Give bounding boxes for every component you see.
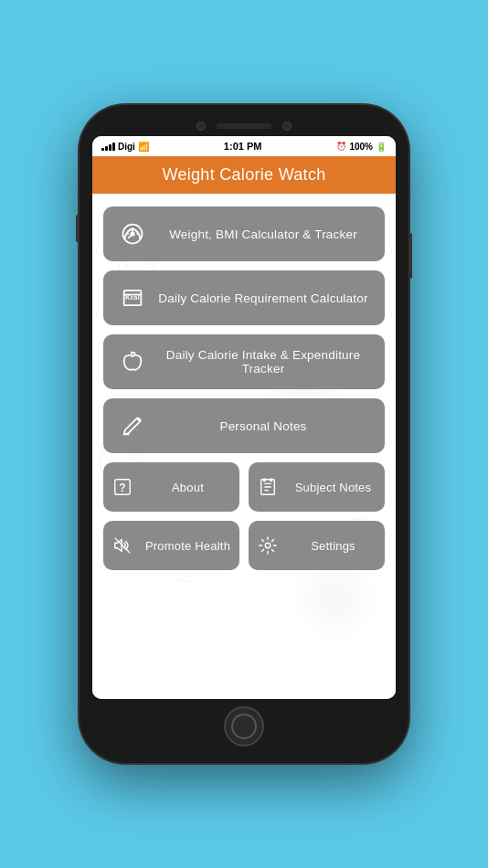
volume-button: [76, 215, 80, 242]
alarm-icon: ⏰: [336, 142, 346, 151]
kcal-icon: Kcal: [118, 283, 147, 312]
personal-notes-label: Personal Notes: [156, 419, 370, 433]
power-button: [408, 233, 412, 279]
about-label: About: [143, 481, 232, 494]
front-camera: [196, 122, 206, 131]
home-button-ring: [231, 714, 257, 739]
calorie-tracker-button[interactable]: Daily Calorie Intake & Expenditure Track…: [103, 334, 385, 389]
status-left: Digi 📶: [101, 142, 149, 152]
phone-bottom: [92, 699, 396, 750]
about-button[interactable]: ? About: [103, 462, 239, 512]
svg-text:?: ?: [119, 482, 125, 494]
subject-notes-label: Subject Notes: [289, 481, 377, 494]
about-subjectnotes-row: ? About: [103, 462, 385, 512]
time-label: 1:01 PM: [224, 141, 262, 152]
svg-rect-20: [263, 479, 265, 482]
calorie-tracker-label: Daily Calorie Intake & Expenditure Track…: [156, 348, 370, 376]
home-button[interactable]: [224, 706, 264, 746]
settings-button[interactable]: Settings: [249, 521, 385, 570]
phone-shell: Digi 📶 1:01 PM ⏰ 100% 🔋 Weight Calorie W…: [80, 105, 408, 763]
weight-bmi-label: Weight, BMI Calculator & Tracker: [156, 228, 370, 241]
pencil-icon: [118, 411, 147, 440]
speaker-icon: [111, 534, 134, 557]
svg-point-6: [131, 232, 134, 236]
promote-health-button[interactable]: Promote Health: [103, 521, 239, 570]
apple-icon: [118, 347, 147, 376]
svg-text:Kcal: Kcal: [125, 294, 140, 301]
calorie-requirement-label: Daily Calorie Requirement Calculator: [156, 291, 370, 305]
gauge-icon: [118, 219, 147, 249]
svg-point-24: [265, 543, 271, 548]
svg-rect-21: [271, 479, 272, 482]
battery-label: 100%: [349, 142, 373, 152]
notes-icon: [256, 475, 280, 499]
status-right: ⏰ 100% 🔋: [336, 142, 387, 152]
settings-label: Settings: [289, 539, 377, 553]
personal-notes-button[interactable]: Personal Notes: [103, 398, 385, 453]
app-title: Weight Calorie Watch: [107, 165, 381, 185]
signal-icon: [101, 143, 115, 151]
gear-icon: [256, 534, 280, 557]
app-header: Weight Calorie Watch: [92, 156, 396, 194]
phone-top: [92, 118, 396, 136]
carrier-label: Digi: [118, 142, 135, 152]
subject-notes-button[interactable]: Subject Notes: [249, 462, 385, 512]
battery-icon: 🔋: [376, 142, 387, 152]
earpiece: [217, 123, 271, 129]
wifi-icon: 📶: [138, 142, 149, 152]
sensor: [282, 122, 292, 131]
question-icon: ?: [111, 475, 134, 499]
status-bar: Digi 📶 1:01 PM ⏰ 100% 🔋: [92, 136, 396, 156]
content-area: Weight, BMI Calculator & Tracker Kcal Da…: [92, 194, 396, 699]
promote-settings-row: Promote Health Settings: [103, 521, 385, 570]
weight-bmi-button[interactable]: Weight, BMI Calculator & Tracker: [103, 206, 385, 261]
calorie-requirement-button[interactable]: Kcal Daily Calorie Requirement Calculato…: [103, 270, 385, 325]
screen: Digi 📶 1:01 PM ⏰ 100% 🔋 Weight Calorie W…: [92, 136, 396, 699]
promote-health-label: Promote Health: [143, 539, 232, 553]
